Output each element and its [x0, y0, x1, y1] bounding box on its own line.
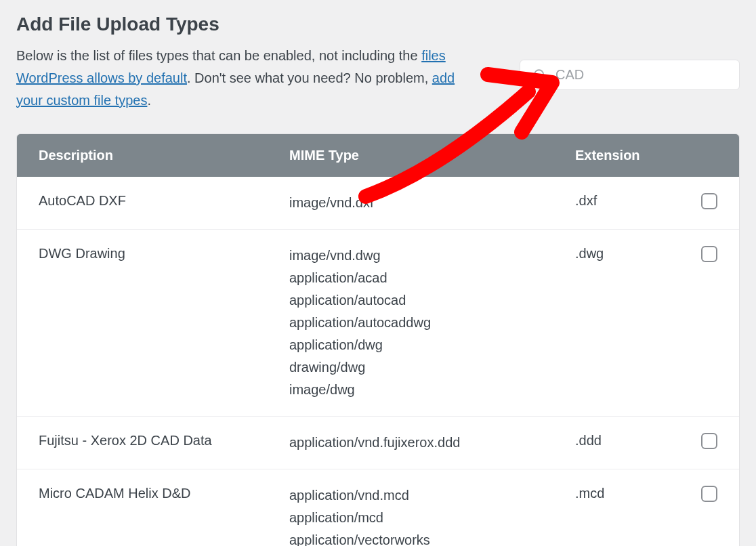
table-row: Micro CADAM Helix D&Dapplication/vnd.mcd…: [17, 469, 739, 546]
cell-extension: .dwg: [575, 246, 690, 261]
header-description: Description: [39, 148, 289, 163]
enable-checkbox[interactable]: [701, 193, 717, 209]
file-types-table: Description MIME Type Extension AutoCAD …: [16, 133, 740, 546]
mime-value: image/vnd.dxf: [289, 193, 575, 213]
table-row: AutoCAD DXFimage/vnd.dxf.dxf: [17, 177, 739, 229]
table-header: Description MIME Type Extension: [17, 134, 739, 177]
cell-mime: image/vnd.dxf: [289, 193, 575, 213]
intro-text-part3: .: [147, 93, 151, 108]
mime-value: application/autocad: [289, 291, 575, 310]
cell-checkbox: [690, 433, 717, 449]
enable-checkbox[interactable]: [701, 246, 717, 262]
cell-description: AutoCAD DXF: [39, 193, 289, 209]
intro-row: Below is the list of files types that ca…: [16, 45, 740, 112]
cell-mime: application/vnd.mcdapplication/mcdapplic…: [289, 486, 575, 546]
mime-value: application/vnd.mcd: [289, 486, 575, 505]
table-body: AutoCAD DXFimage/vnd.dxf.dxfDWG Drawingi…: [17, 177, 739, 546]
mime-value: image/vnd.dwg: [289, 246, 575, 266]
search-box[interactable]: [520, 60, 740, 90]
cell-checkbox: [690, 193, 717, 209]
search-input[interactable]: [555, 67, 727, 83]
cell-mime: image/vnd.dwgapplication/acadapplication…: [289, 246, 575, 400]
enable-checkbox[interactable]: [701, 486, 717, 502]
mime-value: drawing/dwg: [289, 358, 575, 377]
enable-checkbox[interactable]: [701, 433, 717, 449]
mime-value: application/acad: [289, 268, 575, 288]
header-extension: Extension: [575, 148, 690, 163]
mime-value: image/dwg: [289, 380, 575, 400]
mime-value: application/mcd: [289, 508, 575, 528]
intro-text-part2: . Don't see what you need? No problem,: [187, 70, 432, 85]
cell-mime: application/vnd.fujixerox.ddd: [289, 433, 575, 453]
search-icon: [532, 68, 547, 83]
cell-checkbox: [690, 486, 717, 502]
cell-checkbox: [690, 246, 717, 262]
mime-value: application/vnd.fujixerox.ddd: [289, 433, 575, 453]
cell-extension: .mcd: [575, 486, 690, 501]
table-row: Fujitsu - Xerox 2D CAD Dataapplication/v…: [17, 416, 739, 469]
header-mime: MIME Type: [289, 148, 575, 163]
header-checkbox: [690, 148, 717, 163]
cell-description: Fujitsu - Xerox 2D CAD Data: [39, 433, 289, 448]
table-row: DWG Drawingimage/vnd.dwgapplication/acad…: [17, 229, 739, 416]
mime-value: application/vectorworks: [289, 530, 575, 546]
cell-description: Micro CADAM Helix D&D: [39, 486, 289, 501]
intro-text: Below is the list of files types that ca…: [16, 45, 463, 112]
cell-extension: .ddd: [575, 433, 690, 448]
intro-text-part1: Below is the list of files types that ca…: [16, 48, 421, 63]
page-title: Add File Upload Types: [16, 14, 740, 35]
cell-extension: .dxf: [575, 193, 690, 209]
cell-description: DWG Drawing: [39, 246, 289, 261]
svg-point-0: [534, 70, 543, 79]
svg-line-1: [543, 77, 546, 81]
mime-value: application/dwg: [289, 335, 575, 355]
mime-value: application/autocaddwg: [289, 313, 575, 333]
